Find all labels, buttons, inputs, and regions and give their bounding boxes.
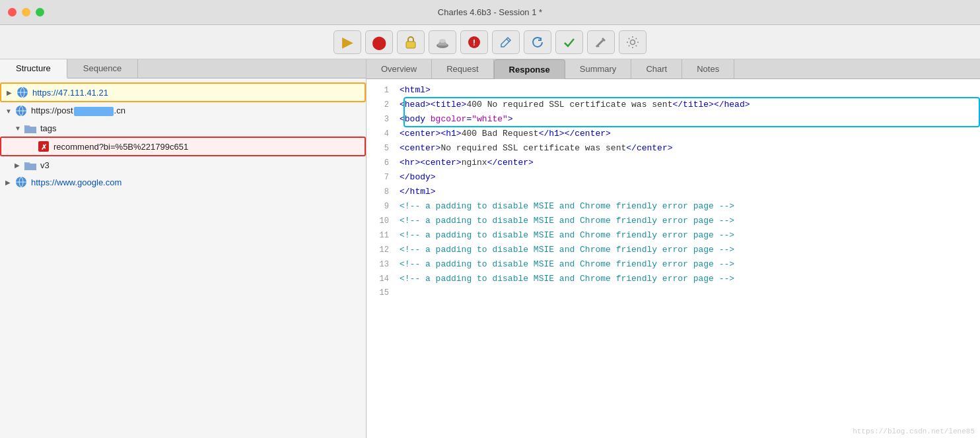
tree-item-1[interactable]: ▶ https://47.111.41.21 [0, 82, 366, 102]
line-content-12: <!-- a padding to disable MSIE and Chrom… [400, 245, 980, 255]
line-content-14: <!-- a padding to disable MSIE and Chrom… [400, 274, 980, 284]
globe-icon-2 [15, 104, 28, 117]
minimize-button[interactable] [22, 8, 30, 16]
tab-request[interactable]: Request [432, 59, 493, 78]
settings-btn[interactable] [619, 30, 647, 54]
chevron-right-icon-6: ▶ [5, 179, 15, 186]
tree-item-google[interactable]: ▶ https://www.google.com [0, 173, 366, 191]
chevron-down-icon-2: ▼ [5, 108, 15, 115]
tab-notes[interactable]: Notes [682, 59, 734, 78]
line-content-10: <!-- a padding to disable MSIE and Chrom… [400, 216, 980, 226]
tree-item-label-recommend: recommend?bi=%5B%221799c651 [53, 142, 188, 152]
code-line-8: 8 </html> [367, 186, 980, 201]
tree-item-label-2: https://post.cn [31, 106, 125, 116]
tab-chart[interactable]: Chart [631, 59, 682, 78]
tab-sequence[interactable]: Sequence [67, 59, 139, 78]
window-controls [8, 8, 44, 16]
tree-item-tags[interactable]: ▼ tags [0, 119, 366, 137]
error-icon-recommend: ✗ [37, 140, 50, 153]
svg-rect-0 [406, 42, 415, 48]
tab-overview[interactable]: Overview [367, 59, 432, 78]
hat-btn[interactable] [429, 30, 456, 54]
svg-point-2 [439, 39, 446, 43]
code-line-14: 14 <!-- a padding to disable MSIE and Ch… [367, 273, 980, 288]
edit-btn[interactable] [492, 30, 520, 54]
line-num-4: 4 [367, 129, 400, 139]
lock-btn[interactable] [397, 30, 425, 54]
line-content-9: <!-- a padding to disable MSIE and Chrom… [400, 201, 980, 211]
line-num-6: 6 [367, 158, 400, 168]
code-line-5: 5 <center>No required SSL certificate wa… [367, 142, 980, 157]
line-content-1: <html> [400, 85, 980, 95]
left-tab-bar: Structure Sequence [0, 59, 366, 78]
tools-btn[interactable] [587, 30, 615, 54]
svg-text:!: ! [473, 38, 475, 47]
line-num-3: 3 [367, 115, 400, 124]
line-num-13: 13 [367, 260, 400, 269]
line-content-13: <!-- a padding to disable MSIE and Chrom… [400, 259, 980, 269]
line-content-8: </html> [400, 187, 980, 197]
code-line-13: 13 <!-- a padding to disable MSIE and Ch… [367, 259, 980, 273]
svg-line-6 [598, 46, 599, 47]
tree-item-label-google: https://www.google.com [31, 177, 122, 187]
line-num-5: 5 [367, 144, 400, 153]
pointer-btn[interactable]: ▶ [333, 30, 361, 54]
line-content-2: <head><title>400 No required SSL certifi… [400, 100, 980, 110]
line-num-11: 11 [367, 231, 400, 240]
check-btn[interactable] [555, 30, 583, 54]
right-tab-bar: Overview Request Response Summary Chart … [367, 59, 980, 79]
globe-icon-1 [16, 86, 29, 99]
line-num-14: 14 [367, 274, 400, 284]
chevron-right-icon: ▶ [7, 89, 16, 96]
code-line-15: 15 [367, 288, 980, 302]
code-line-4: 4 <center><h1>400 Bad Request</h1></cent… [367, 128, 980, 142]
tree-item-v3[interactable]: ▶ v3 [0, 156, 366, 173]
line-num-7: 7 [367, 173, 400, 182]
line-content-4: <center><h1>400 Bad Request</h1></center… [400, 129, 980, 139]
code-line-11: 11 <!-- a padding to disable MSIE and Ch… [367, 230, 980, 244]
line-content-6: <hr><center>nginx</center> [400, 158, 980, 168]
line-num-2: 2 [367, 100, 400, 110]
tree-item-label-v3: v3 [40, 160, 50, 170]
chevron-right-icon-5: ▶ [15, 162, 24, 169]
chevron-down-icon-3: ▼ [15, 125, 24, 132]
tree-container: ▶ https://47.111.41.21 ▼ https://post.cn… [0, 78, 366, 438]
tree-item-label-tags: tags [40, 123, 57, 133]
app-title: Charles 4.6b3 - Session 1 * [438, 7, 542, 17]
line-num-12: 12 [367, 245, 400, 255]
record-btn[interactable]: ⬤ [365, 30, 393, 54]
line-num-15: 15 [367, 288, 400, 297]
code-line-3: 3 <body bgcolor="white"> [367, 113, 980, 128]
code-line-9: 9 <!-- a padding to disable MSIE and Chr… [367, 201, 980, 215]
code-line-1: 1 <html> [367, 84, 980, 99]
main-layout: Structure Sequence ▶ https://47.111.41.2… [0, 59, 980, 438]
line-num-9: 9 [367, 202, 400, 211]
titlebar: Charles 4.6b3 - Session 1 * [0, 0, 980, 25]
close-button[interactable] [8, 8, 17, 16]
svg-line-5 [596, 40, 603, 47]
stop-btn[interactable]: ! [460, 30, 488, 54]
left-panel: Structure Sequence ▶ https://47.111.41.2… [0, 59, 367, 438]
code-line-7: 7 </body> [367, 172, 980, 186]
chevron-empty-4: ▶ [28, 143, 37, 150]
toolbar: ▶ ⬤ ! [0, 25, 980, 59]
line-num-1: 1 [367, 86, 400, 95]
code-line-10: 10 <!-- a padding to disable MSIE and Ch… [367, 215, 980, 230]
line-content-3: <body bgcolor="white"> [400, 114, 980, 124]
line-content-7: </body> [400, 172, 980, 182]
refresh-btn[interactable] [524, 30, 551, 54]
tab-summary[interactable]: Summary [565, 59, 632, 78]
svg-text:✗: ✗ [41, 143, 47, 151]
code-view[interactable]: 1 <html> 2 <head><title>400 No required … [367, 79, 980, 438]
tab-structure[interactable]: Structure [0, 59, 67, 78]
tree-item-recommend[interactable]: ▶ ✗ recommend?bi=%5B%221799c651 [0, 137, 366, 156]
folder-icon-v3 [24, 158, 37, 172]
globe-icon-google [15, 175, 28, 189]
svg-point-7 [631, 40, 635, 44]
tab-response[interactable]: Response [494, 59, 565, 79]
tree-item-label-1: https://47.111.41.21 [32, 88, 108, 98]
maximize-button[interactable] [36, 8, 44, 16]
line-content-11: <!-- a padding to disable MSIE and Chrom… [400, 230, 980, 240]
tree-item-2[interactable]: ▼ https://post.cn [0, 102, 366, 119]
line-content-5: <center>No required SSL certificate was … [400, 143, 980, 153]
